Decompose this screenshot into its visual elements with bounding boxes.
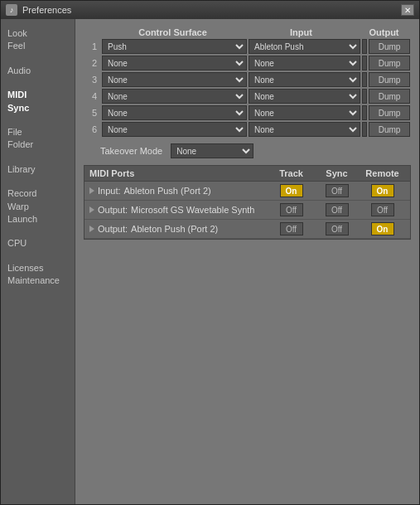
input-select-1[interactable]: Ableton Push None Ableton Push xyxy=(249,39,360,54)
sidebar-item-file[interactable]: FileFolder xyxy=(1,123,75,155)
control-row: 6 None None Push None None Ableton Push … xyxy=(84,122,411,137)
title-bar: ♪ Preferences ✕ xyxy=(1,1,419,19)
remote-toggle-group: On xyxy=(360,184,405,197)
control-row: 5 None None Push None None Ableton Push … xyxy=(84,105,411,120)
dump-button-5[interactable]: Dump xyxy=(369,105,410,120)
takeover-label: Takeover Mode xyxy=(100,146,162,156)
midi-port-label: Input: Ableton Push (Port 2) xyxy=(89,186,268,196)
control-surface-select-3[interactable]: None None Push xyxy=(102,72,247,87)
dump-button-2[interactable]: Dump xyxy=(369,56,410,70)
main-content: LookFeel Audio MIDISync FileFolder Libra… xyxy=(1,19,419,504)
expand-icon[interactable] xyxy=(89,206,94,213)
row-number: 6 xyxy=(84,124,100,134)
content-area: Control Surface Input Output 1 Push None… xyxy=(75,19,419,504)
sync-toggle-2[interactable]: Off xyxy=(326,222,349,236)
input-select-3[interactable]: None None Ableton Push xyxy=(249,72,360,87)
track-toggle-group: On xyxy=(268,184,314,197)
row-number: 3 xyxy=(84,75,100,85)
midi-col-remote: Remote xyxy=(360,168,405,178)
control-row: 2 None None Push None None Ableton Push … xyxy=(84,56,411,70)
close-button[interactable]: ✕ xyxy=(401,4,414,16)
row-number: 2 xyxy=(84,58,100,68)
sidebar: LookFeel Audio MIDISync FileFolder Libra… xyxy=(1,19,75,504)
remote-toggle-2[interactable]: On xyxy=(371,222,394,236)
sidebar-item-library[interactable]: Library xyxy=(1,160,75,179)
midi-port-label: Output: Microsoft GS Wavetable Synth xyxy=(89,205,268,215)
midi-port-type: Output: xyxy=(98,224,128,234)
sidebar-item-record[interactable]: RecordWarpLaunch xyxy=(1,184,75,229)
column-headers: Control Surface Input Output xyxy=(84,27,411,37)
dump-button-3[interactable]: Dump xyxy=(369,72,410,87)
control-row: 4 None None Push None None Ableton Push … xyxy=(84,89,411,104)
sync-toggle-0[interactable]: Off xyxy=(326,184,349,197)
control-surface-select-4[interactable]: None None Push xyxy=(102,89,247,104)
midi-ports-table: MIDI Ports Track Sync Remote Input: Able… xyxy=(84,165,411,240)
control-surface-select-6[interactable]: None None Push xyxy=(102,122,247,137)
input-select-5[interactable]: None None Ableton Push xyxy=(249,105,360,120)
track-toggle-group: Off xyxy=(268,203,314,216)
midi-col-sync: Sync xyxy=(314,168,360,178)
remote-toggle-group: Off xyxy=(360,203,405,216)
track-toggle-2[interactable]: Off xyxy=(280,222,303,236)
expand-icon[interactable] xyxy=(89,226,94,232)
output-select-3[interactable]: None None Ableton Push xyxy=(362,72,367,87)
preferences-window: ♪ Preferences ✕ LookFeel Audio MIDISync … xyxy=(0,0,420,505)
output-select-2[interactable]: None None Ableton Push xyxy=(362,56,367,70)
dump-button-6[interactable]: Dump xyxy=(369,122,410,137)
midi-ports-header: MIDI Ports xyxy=(89,168,268,178)
control-surface-select-1[interactable]: Push None Push xyxy=(102,39,247,54)
control-surface-select-5[interactable]: None None Push xyxy=(102,105,247,120)
window-title: Preferences xyxy=(22,5,396,15)
remote-toggle-0[interactable]: On xyxy=(371,184,394,197)
input-select-4[interactable]: None None Ableton Push xyxy=(249,89,360,104)
midi-rows: Input: Ableton Push (Port 2) On Off On O… xyxy=(84,182,410,239)
sidebar-item-cpu[interactable]: CPU xyxy=(1,234,75,253)
sync-toggle-group: Off xyxy=(314,222,360,236)
sync-toggle-group: Off xyxy=(314,184,360,197)
midi-port-row: Output: Ableton Push (Port 2) Off Off On xyxy=(84,220,410,239)
output-select-1[interactable]: Ableton Push None Ableton Push xyxy=(362,39,367,54)
output-select-5[interactable]: None None Ableton Push xyxy=(362,105,367,120)
sync-toggle-1[interactable]: Off xyxy=(326,203,349,216)
output-select-6[interactable]: None None Ableton Push xyxy=(362,122,367,137)
sync-toggle-group: Off xyxy=(314,203,360,216)
midi-port-label: Output: Ableton Push (Port 2) xyxy=(89,224,268,234)
midi-port-name: Ableton Push (Port 2) xyxy=(131,224,218,234)
row-number: 1 xyxy=(84,41,100,51)
header-output: Output xyxy=(357,27,411,37)
midi-port-name: Ableton Push (Port 2) xyxy=(124,186,211,196)
track-toggle-0[interactable]: On xyxy=(280,184,303,197)
sidebar-item-look[interactable]: LookFeel xyxy=(1,24,75,56)
app-icon: ♪ xyxy=(6,4,17,16)
control-row: 3 None None Push None None Ableton Push … xyxy=(84,72,411,87)
midi-col-track: Track xyxy=(268,168,314,178)
remote-toggle-1[interactable]: Off xyxy=(371,203,394,216)
header-control-surface: Control Surface xyxy=(100,27,245,37)
sidebar-item-licenses[interactable]: LicensesMaintenance xyxy=(1,259,75,291)
control-row: 1 Push None Push Ableton Push None Ablet… xyxy=(84,39,411,54)
sidebar-item-audio[interactable]: Audio xyxy=(1,61,75,80)
dump-button-1[interactable]: Dump xyxy=(369,39,410,54)
midi-table-header: MIDI Ports Track Sync Remote xyxy=(84,166,410,182)
row-number: 5 xyxy=(84,108,100,118)
midi-port-type: Input: xyxy=(98,186,121,196)
remote-toggle-group: On xyxy=(360,222,405,236)
output-select-4[interactable]: None None Ableton Push xyxy=(362,89,367,104)
control-surface-select-2[interactable]: None None Push xyxy=(102,56,247,70)
midi-port-row: Input: Ableton Push (Port 2) On Off On xyxy=(84,182,410,201)
input-select-2[interactable]: None None Ableton Push xyxy=(249,56,360,70)
midi-port-row: Output: Microsoft GS Wavetable Synth Off… xyxy=(84,201,410,220)
row-number: 4 xyxy=(84,91,100,101)
input-select-6[interactable]: None None Ableton Push xyxy=(249,122,360,137)
takeover-select[interactable]: None Pickup Value Scaling xyxy=(171,143,253,158)
sidebar-item-midi[interactable]: MIDISync xyxy=(1,85,75,118)
takeover-row: Takeover Mode None Pickup Value Scaling xyxy=(84,143,411,158)
track-toggle-group: Off xyxy=(268,222,314,236)
expand-icon[interactable] xyxy=(89,187,94,194)
track-toggle-1[interactable]: Off xyxy=(280,203,303,216)
control-rows: 1 Push None Push Ableton Push None Ablet… xyxy=(84,39,411,137)
dump-button-4[interactable]: Dump xyxy=(369,89,410,104)
header-input: Input xyxy=(245,27,357,37)
midi-port-name: Microsoft GS Wavetable Synth xyxy=(131,205,254,215)
midi-port-type: Output: xyxy=(98,205,128,215)
